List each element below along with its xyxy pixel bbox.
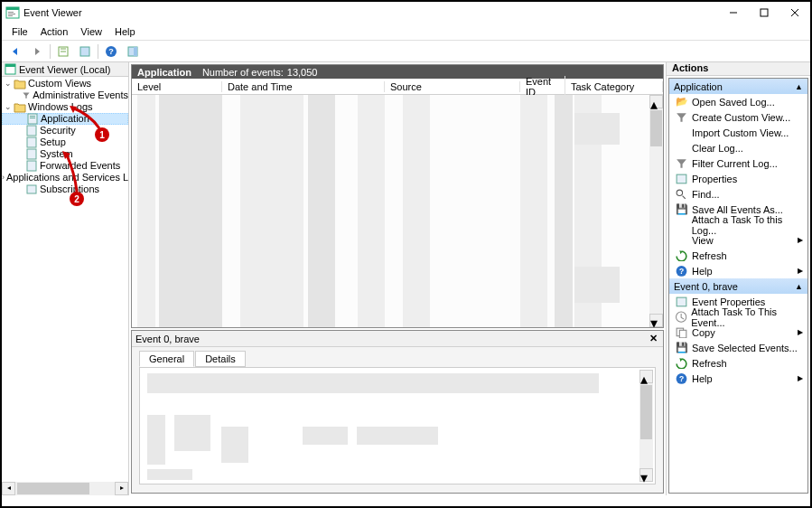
help-toolbar-button[interactable]: ? xyxy=(101,42,121,61)
scroll-right-button[interactable]: ▸ xyxy=(115,482,128,495)
save-icon: 💾 xyxy=(675,342,688,354)
action-refresh[interactable]: Refresh xyxy=(669,248,807,263)
tree-windows-logs[interactable]: ⌄ Windows Logs xyxy=(2,101,128,113)
svg-rect-21 xyxy=(27,137,36,147)
save-icon: 💾 xyxy=(675,203,688,216)
tree-forwarded-events[interactable]: Forwarded Events xyxy=(2,160,128,172)
menu-file[interactable]: File xyxy=(5,24,34,39)
tab-general[interactable]: General xyxy=(139,351,194,367)
action-properties[interactable]: Properties xyxy=(669,171,807,186)
action-refresh-2[interactable]: Refresh xyxy=(669,355,807,371)
app-icon xyxy=(5,5,20,20)
col-datetime[interactable]: Date and Time xyxy=(222,81,385,92)
scroll-up-button[interactable]: ▴ xyxy=(639,370,653,383)
back-button[interactable] xyxy=(5,42,25,61)
action-save-selected[interactable]: 💾Save Selected Events... xyxy=(669,340,807,355)
col-source[interactable]: Source xyxy=(385,81,520,92)
show-hide-button[interactable] xyxy=(123,42,143,61)
tree-root[interactable]: Event Viewer (Local) xyxy=(2,62,128,77)
minimize-button[interactable] xyxy=(718,2,749,24)
list-vscroll[interactable]: ▴ ▾ xyxy=(649,95,663,327)
list-header-name: Application xyxy=(137,67,191,78)
properties-icon xyxy=(675,173,688,185)
tree-panel: Event Viewer (Local) ⌄ Custom Views Admi… xyxy=(2,62,129,495)
tree-setup[interactable]: Setup xyxy=(2,136,128,148)
menu-view[interactable]: View xyxy=(74,24,108,39)
svg-rect-19 xyxy=(30,118,35,118)
tree-label: Windows Logs xyxy=(28,101,93,113)
action-label: Help xyxy=(692,373,713,384)
actions-section-event[interactable]: Event 0, brave ▲ xyxy=(669,278,807,294)
menu-action[interactable]: Action xyxy=(34,24,75,39)
tree-custom-views[interactable]: ⌄ Custom Views xyxy=(2,78,128,89)
actions-panel: Actions Application ▲ 📂Open Saved Log...… xyxy=(667,62,810,495)
svg-text:?: ? xyxy=(679,267,684,276)
scroll-down-button[interactable]: ▾ xyxy=(639,468,653,482)
svg-text:?: ? xyxy=(108,47,114,56)
scroll-down-button[interactable]: ▾ xyxy=(649,314,663,327)
close-button[interactable] xyxy=(779,2,810,24)
forward-button[interactable] xyxy=(27,42,47,61)
tree-scrollbar[interactable]: ◂ ▸ xyxy=(2,482,128,495)
menu-help[interactable]: Help xyxy=(108,24,142,39)
eventviewer-icon xyxy=(5,63,16,75)
refresh-icon xyxy=(675,249,688,262)
action-attach-task-log[interactable]: Attach a Task To this Log... xyxy=(669,217,807,232)
detail-vscroll[interactable]: ▴ ▾ xyxy=(639,370,653,482)
chevron-right-icon: ▶ xyxy=(798,374,803,382)
log-icon xyxy=(25,160,38,172)
action-filter-log[interactable]: Filter Current Log... xyxy=(669,155,807,171)
svg-rect-14 xyxy=(134,47,137,56)
tree-admin-events[interactable]: Administrative Events xyxy=(2,89,128,101)
action-import-custom-view[interactable]: Import Custom View... xyxy=(669,125,807,140)
find-icon xyxy=(675,188,688,201)
scroll-thumb[interactable] xyxy=(640,385,652,439)
properties-button[interactable] xyxy=(75,42,95,61)
action-clear-log[interactable]: Clear Log... xyxy=(669,140,807,155)
tree-apps-services[interactable]: › Applications and Services Lo xyxy=(2,172,128,183)
action-label: Open Saved Log... xyxy=(692,97,775,108)
action-help[interactable]: ?Help▶ xyxy=(669,263,807,278)
actions-section-application[interactable]: Application ▲ xyxy=(669,79,807,94)
action-find[interactable]: Find... xyxy=(669,186,807,202)
maximize-button[interactable] xyxy=(749,2,779,24)
detail-close-button[interactable]: ✕ xyxy=(647,333,659,345)
list-body[interactable]: ▴ ▾ xyxy=(132,95,663,327)
tree-security[interactable]: Security xyxy=(2,125,128,136)
svg-rect-17 xyxy=(28,114,37,124)
action-help-2[interactable]: ?Help▶ xyxy=(669,371,807,386)
tree-application[interactable]: Application xyxy=(2,113,128,125)
tree-label: Applications and Services Lo xyxy=(6,172,129,183)
action-create-custom-view[interactable]: Create Custom View... xyxy=(669,109,807,125)
tree-label: Security xyxy=(40,125,76,136)
svg-rect-6 xyxy=(761,9,768,16)
blank-icon xyxy=(675,127,688,139)
col-eventid[interactable]: Event ID xyxy=(520,76,565,98)
refresh-view-button[interactable] xyxy=(53,42,73,61)
expand-icon[interactable]: › xyxy=(2,172,5,183)
action-label: Attach Task To This Event... xyxy=(691,306,807,328)
svg-rect-29 xyxy=(677,297,686,306)
separator xyxy=(98,44,98,59)
tree-system[interactable]: System xyxy=(2,148,128,160)
scroll-left-button[interactable]: ◂ xyxy=(2,482,15,495)
action-attach-task-event[interactable]: Attach Task To This Event... xyxy=(669,309,807,325)
tree-subscriptions[interactable]: Subscriptions xyxy=(2,183,128,195)
spacer xyxy=(14,89,22,101)
expand-icon[interactable]: ⌄ xyxy=(2,101,14,113)
tree-label: Setup xyxy=(40,136,66,148)
svg-rect-2 xyxy=(8,12,14,13)
col-level[interactable]: Level xyxy=(132,81,222,92)
tab-details[interactable]: Details xyxy=(195,351,246,367)
expand-icon[interactable]: ⌄ xyxy=(2,78,14,89)
help-icon: ? xyxy=(675,372,688,385)
scroll-up-button[interactable]: ▴ xyxy=(649,95,663,108)
col-taskcategory[interactable]: Task Category xyxy=(565,81,663,92)
actions-body: Application ▲ 📂Open Saved Log... Create … xyxy=(668,78,808,494)
tree-label: Administrative Events xyxy=(33,89,128,101)
scroll-thumb[interactable] xyxy=(650,110,662,146)
action-open-saved-log[interactable]: 📂Open Saved Log... xyxy=(669,94,807,109)
action-label: Attach a Task To this Log... xyxy=(692,214,807,236)
scroll-thumb[interactable] xyxy=(17,483,89,494)
svg-rect-1 xyxy=(6,7,19,10)
